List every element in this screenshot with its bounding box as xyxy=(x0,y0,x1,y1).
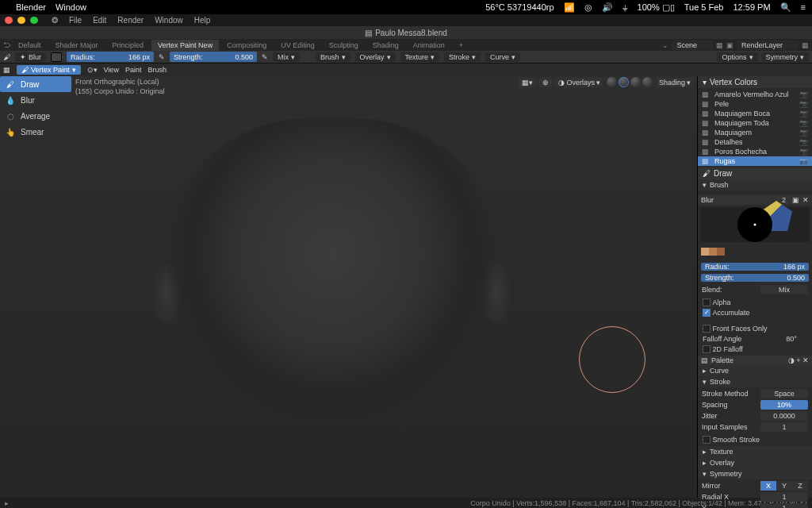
layer-dup-icon[interactable]: ▦ xyxy=(802,41,809,49)
render-icon[interactable]: 📷 xyxy=(799,129,808,137)
paint-color[interactable] xyxy=(51,52,62,62)
dd-overlay[interactable]: Overlay ▾ xyxy=(355,52,396,62)
menu-brush[interactable]: Brush xyxy=(147,66,167,74)
wifi-signal-icon[interactable]: ⏚ xyxy=(622,2,628,12)
strength-pressure-icon[interactable]: ✎ xyxy=(262,53,268,61)
render-icon[interactable]: 📷 xyxy=(799,110,808,117)
vcolor-layer[interactable]: ▩Rugas📷 xyxy=(698,156,812,166)
shading-wire[interactable] xyxy=(607,77,617,87)
date[interactable]: Tue 5 Feb xyxy=(684,2,724,12)
minimize-window[interactable] xyxy=(17,17,25,24)
radialy-value[interactable]: 1 xyxy=(760,503,808,508)
blend-mode[interactable]: Mix ▾ xyxy=(273,52,300,62)
back-icon[interactable]: ⮌ xyxy=(3,41,10,49)
samples-value[interactable]: 1 xyxy=(760,422,808,432)
zoom-window[interactable] xyxy=(30,17,38,24)
frontfaces-check[interactable]: Front Faces Only xyxy=(703,325,807,333)
vcolor-layer[interactable]: ▩Amarelo Vermelho Azul📷 xyxy=(698,90,812,99)
render-icon[interactable]: 📷 xyxy=(799,100,808,108)
swatch[interactable] xyxy=(717,248,725,256)
menu-render[interactable]: Render xyxy=(113,16,147,25)
overlay-section[interactable]: ▸ Overlay xyxy=(698,457,812,468)
panel-radius[interactable]: Radius:166 px xyxy=(701,263,809,271)
anim-play-icon[interactable]: ▸ xyxy=(5,499,9,507)
radius-slider[interactable]: Radius:166 px xyxy=(67,52,154,62)
render-icon[interactable]: 📷 xyxy=(799,157,808,165)
swatch[interactable] xyxy=(709,248,717,256)
control-center-icon[interactable]: ◎ xyxy=(584,2,592,13)
renderlayer-selector[interactable]: RenderLayer xyxy=(737,40,799,50)
strength-slider[interactable]: Strength:0.500 xyxy=(170,52,257,62)
gizmo-toggle[interactable]: ⊕ xyxy=(539,78,552,87)
workspace-uv[interactable]: UV Editing xyxy=(274,40,321,51)
falloff-angle[interactable]: Falloff Angle80° xyxy=(703,335,807,343)
menu-extras-icon[interactable]: ≡ xyxy=(801,2,806,12)
menu-help[interactable]: Help xyxy=(190,16,215,25)
radius-pressure-icon[interactable]: ✎ xyxy=(159,53,165,61)
brush-section[interactable]: ▾ Brush xyxy=(698,179,812,190)
render-icon[interactable]: 📷 xyxy=(799,90,808,98)
spacing-value[interactable]: 10% xyxy=(760,400,808,410)
texture-section[interactable]: ▸ Texture xyxy=(698,446,812,457)
vcolor-layer[interactable]: ▩Pele📷 xyxy=(698,99,812,109)
dd-stroke[interactable]: Stroke ▾ xyxy=(444,52,481,62)
symmetry-section[interactable]: ▾ Symmetry xyxy=(698,468,812,479)
shading-rendered[interactable] xyxy=(642,77,653,87)
jitter-value[interactable]: 0.0000 xyxy=(760,411,808,421)
app-name-blender[interactable]: Blender xyxy=(16,2,46,12)
workspace-anim[interactable]: Animation xyxy=(407,40,451,51)
unlink-icon[interactable]: ✕ xyxy=(802,196,809,204)
menu-window[interactable]: Window xyxy=(151,16,187,25)
shading-solid[interactable] xyxy=(619,77,629,87)
tool-average[interactable]: ◌Average xyxy=(0,108,71,124)
menu-view[interactable]: View xyxy=(104,66,119,74)
dd-curve[interactable]: Curve ▾ xyxy=(485,52,520,62)
tool-draw[interactable]: 🖌Draw xyxy=(0,76,71,92)
workspace-shader[interactable]: Shader Major xyxy=(49,40,105,51)
stroke-method-value[interactable]: Space xyxy=(760,389,808,398)
dd-texture[interactable]: Texture ▾ xyxy=(400,52,440,62)
scene-icon[interactable]: ⌄ xyxy=(662,41,668,49)
layer-icon[interactable]: ▣ xyxy=(726,41,733,49)
render-icon[interactable]: 📷 xyxy=(799,138,808,146)
radialx-value[interactable]: 1 xyxy=(760,492,808,502)
workspace-principled[interactable]: Principled xyxy=(106,40,151,51)
workspace-sculpt[interactable]: Sculpting xyxy=(323,40,365,51)
render-icon[interactable]: 📷 xyxy=(799,119,808,127)
shading-lookdev[interactable] xyxy=(630,77,641,87)
time[interactable]: 12:59 PM xyxy=(733,2,770,12)
mirror-xyz[interactable]: XYZ xyxy=(760,481,808,491)
vcolor-layer[interactable]: ▩Poros Bochecha📷 xyxy=(698,147,812,156)
pivot-icon[interactable]: ⊙▾ xyxy=(87,66,98,74)
workspace-vertexpaint[interactable]: Vertex Paint New xyxy=(151,40,219,51)
close-window[interactable] xyxy=(5,17,13,24)
battery-icon[interactable]: 100% ▢▯ xyxy=(638,2,675,13)
tool-smear[interactable]: 👆Smear xyxy=(0,124,71,140)
options-dropdown[interactable]: Options ▾ xyxy=(717,52,757,62)
brush-icon[interactable]: 🖌 xyxy=(3,53,10,61)
workspace-shading[interactable]: Shading xyxy=(366,40,405,51)
3d-viewport[interactable]: ▦▾ ⊕ ◑ Overlays ▾ Shading ▾ 🖌Draw 💧Blur … xyxy=(0,76,697,498)
vcolor-layer[interactable]: ▩Maquiagem Toda📷 xyxy=(698,118,812,128)
dd-brush[interactable]: Brush ▾ xyxy=(316,52,350,62)
menu-edit[interactable]: Edit xyxy=(89,16,110,25)
workspace-default[interactable]: Default xyxy=(12,40,48,51)
wifi-icon[interactable]: 📶 xyxy=(564,2,575,13)
palette-selector[interactable]: ▤ Palette◑ + ✕ xyxy=(698,356,812,365)
mode-selector[interactable]: 🖌 Vertex Paint ▾ xyxy=(17,65,81,75)
color-picker[interactable] xyxy=(700,207,810,242)
blend-value[interactable]: Mix xyxy=(760,285,808,294)
render-icon[interactable]: 📷 xyxy=(799,148,808,156)
smooth-stroke-check[interactable]: Smooth Stroke xyxy=(703,436,807,444)
spotlight-icon[interactable]: 🔍 xyxy=(780,2,791,13)
accumulate-check[interactable]: Accumulate xyxy=(703,309,807,317)
menu-paint[interactable]: Paint xyxy=(125,66,142,74)
app-menu-window[interactable]: Window xyxy=(56,2,86,12)
vertex-colors-header[interactable]: ▾ Vertex Colors xyxy=(698,76,812,88)
vcolor-layer[interactable]: ▩Maquiagem📷 xyxy=(698,128,812,137)
shading-dropdown[interactable]: Shading ▾ xyxy=(656,78,694,87)
volume-icon[interactable]: 🔊 xyxy=(602,2,613,13)
vcolor-layer[interactable]: ▩Detalhes📷 xyxy=(698,137,812,147)
symmetry-dropdown[interactable]: Symmetry ▾ xyxy=(761,52,810,62)
overlays-toggle[interactable]: ◑ Overlays ▾ xyxy=(555,78,603,87)
